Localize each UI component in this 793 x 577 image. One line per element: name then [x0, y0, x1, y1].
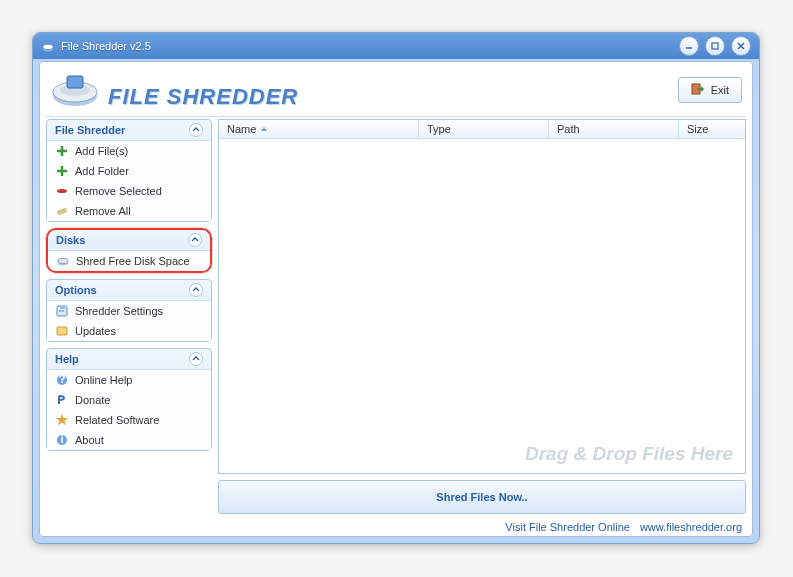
window-title: File Shredder v2.5: [61, 40, 673, 52]
file-listview[interactable]: Name Type Path Size Drag & Drop Files He…: [218, 119, 746, 474]
item-label: About: [75, 434, 104, 446]
remove-selected-item[interactable]: Remove Selected: [47, 181, 211, 201]
item-label: Related Software: [75, 414, 159, 426]
column-label: Name: [227, 123, 256, 135]
column-label: Type: [427, 123, 451, 135]
svg-text:i: i: [60, 433, 63, 445]
disk-logo-icon: [50, 70, 100, 110]
panel-title: File Shredder: [55, 124, 125, 136]
minimize-button[interactable]: [679, 36, 699, 56]
app-icon: [41, 39, 55, 53]
donate-item[interactable]: Donate: [47, 390, 211, 410]
list-empty-area[interactable]: Drag & Drop Files Here: [219, 139, 745, 473]
add-folder-item[interactable]: Add Folder: [47, 161, 211, 181]
item-label: Remove All: [75, 205, 131, 217]
donate-icon: [55, 393, 69, 407]
shred-free-space-item[interactable]: Shred Free Disk Space: [48, 251, 210, 271]
shred-now-button[interactable]: Shred Files Now..: [218, 480, 746, 514]
svg-rect-3: [712, 43, 718, 49]
site-url-link[interactable]: www.fileshredder.org: [640, 521, 742, 533]
shred-now-label: Shred Files Now..: [436, 491, 527, 503]
panel-title: Disks: [56, 234, 85, 246]
svg-rect-12: [57, 207, 68, 215]
chevron-up-icon: [189, 352, 203, 366]
updates-item[interactable]: Updates: [47, 321, 211, 341]
content: File Shredder Add File(s) Add Folder: [40, 119, 752, 518]
item-label: Add File(s): [75, 145, 128, 157]
sort-asc-icon: [260, 123, 268, 135]
help-icon: ?: [55, 373, 69, 387]
add-files-item[interactable]: Add File(s): [47, 141, 211, 161]
column-size[interactable]: Size: [679, 120, 745, 138]
exit-icon: [691, 82, 705, 98]
svg-rect-16: [57, 327, 67, 335]
footer: Visit File Shredder Online www.fileshred…: [40, 518, 752, 536]
chevron-up-icon: [189, 123, 203, 137]
info-icon: i: [55, 433, 69, 447]
main-area: Name Type Path Size Drag & Drop Files He…: [218, 119, 746, 514]
panel-body: Shredder Settings Updates: [47, 300, 211, 341]
panel-body: ? Online Help Donate Related Software: [47, 369, 211, 450]
related-software-item[interactable]: Related Software: [47, 410, 211, 430]
online-help-item[interactable]: ? Online Help: [47, 370, 211, 390]
panel-header-help[interactable]: Help: [47, 349, 211, 369]
disk-icon: [56, 254, 70, 268]
settings-icon: [55, 304, 69, 318]
panel-body: Add File(s) Add Folder Remove Selected: [47, 140, 211, 221]
close-button[interactable]: [731, 36, 751, 56]
column-type[interactable]: Type: [419, 120, 549, 138]
titlebar[interactable]: File Shredder v2.5: [33, 33, 759, 59]
panel-options: Options Shredder Settings Updates: [46, 279, 212, 342]
item-label: Updates: [75, 325, 116, 337]
svg-point-1: [43, 44, 54, 49]
panel-header-file-shredder[interactable]: File Shredder: [47, 120, 211, 140]
panel-title: Options: [55, 284, 97, 296]
window-body: FILE SHREDDER Exit File Shredder: [39, 61, 753, 537]
svg-point-11: [57, 189, 67, 193]
visit-link[interactable]: Visit File Shredder Online: [505, 521, 630, 533]
minus-icon: [55, 184, 69, 198]
exit-label: Exit: [711, 84, 729, 96]
sidebar: File Shredder Add File(s) Add Folder: [46, 119, 212, 514]
column-label: Size: [687, 123, 708, 135]
divider: [46, 116, 746, 117]
settings-item[interactable]: Shredder Settings: [47, 301, 211, 321]
panel-disks: Disks Shred Free Disk Space: [46, 228, 212, 273]
star-icon: [55, 413, 69, 427]
panel-file-shredder: File Shredder Add File(s) Add Folder: [46, 119, 212, 222]
svg-point-14: [58, 259, 68, 264]
item-label: Shredder Settings: [75, 305, 163, 317]
app-title: FILE SHREDDER: [108, 84, 298, 110]
column-name[interactable]: Name: [219, 120, 419, 138]
exit-button[interactable]: Exit: [678, 77, 742, 103]
svg-rect-9: [67, 76, 83, 88]
header: FILE SHREDDER Exit: [40, 62, 752, 114]
panel-header-disks[interactable]: Disks: [48, 230, 210, 250]
drag-drop-hint: Drag & Drop Files Here: [525, 443, 733, 465]
eraser-icon: [55, 204, 69, 218]
item-label: Remove Selected: [75, 185, 162, 197]
svg-text:?: ?: [59, 373, 66, 385]
window-chrome: File Shredder v2.5 FILE SHREDDER: [32, 32, 760, 544]
about-item[interactable]: i About: [47, 430, 211, 450]
item-label: Online Help: [75, 374, 132, 386]
plus-icon: [55, 164, 69, 178]
panel-help: Help ? Online Help Donate: [46, 348, 212, 451]
updates-icon: [55, 324, 69, 338]
item-label: Shred Free Disk Space: [76, 255, 190, 267]
plus-icon: [55, 144, 69, 158]
panel-title: Help: [55, 353, 79, 365]
item-label: Add Folder: [75, 165, 129, 177]
chevron-up-icon: [188, 233, 202, 247]
remove-all-item[interactable]: Remove All: [47, 201, 211, 221]
app-logo: FILE SHREDDER: [50, 70, 298, 110]
column-label: Path: [557, 123, 580, 135]
maximize-button[interactable]: [705, 36, 725, 56]
column-path[interactable]: Path: [549, 120, 679, 138]
item-label: Donate: [75, 394, 110, 406]
panel-body: Shred Free Disk Space: [48, 250, 210, 271]
panel-header-options[interactable]: Options: [47, 280, 211, 300]
column-headers: Name Type Path Size: [219, 120, 745, 139]
chevron-up-icon: [189, 283, 203, 297]
